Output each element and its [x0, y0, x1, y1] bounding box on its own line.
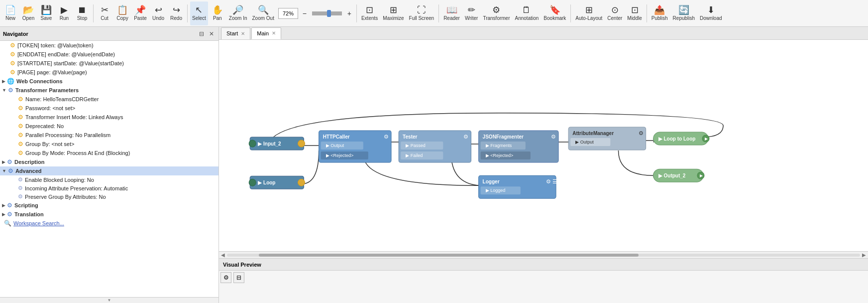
nav-text-deprecated: Deprecated: No — [25, 123, 64, 129]
vp-settings-button[interactable]: ⚙ — [220, 272, 231, 283]
svg-text:⚙: ⚙ — [551, 134, 556, 140]
redo-icon: ↪ — [173, 5, 180, 14]
nav-item-preserve-group[interactable]: ⚙ Preserve Group By Attributes: No — [0, 192, 218, 201]
navigator-header: Navigator ⊟ ✕ — [0, 27, 218, 41]
republish-button[interactable]: 🔄 Republish — [671, 1, 697, 25]
pan-button[interactable]: ✋ Pan — [209, 1, 226, 25]
transformer-button[interactable]: ⚙ Transformer — [481, 1, 512, 25]
zoom-slider[interactable] — [312, 11, 342, 15]
tab-main-close[interactable]: ✕ — [272, 30, 276, 36]
node-attributemanager[interactable]: AttributeManager ⚙ ▶ Output — [568, 127, 646, 150]
node-httpcaller[interactable]: HTTPCaller ⚙ ▶ Output ▶ <Rejected> — [319, 131, 391, 162]
redo-button[interactable]: ↪ Redo — [168, 1, 185, 25]
vp-table-button[interactable]: ⊟ — [233, 272, 244, 283]
save-button[interactable]: 💾 Save — [38, 1, 55, 25]
canvas-hscroll[interactable]: ◀ ▶ — [219, 251, 868, 258]
node-loop-to-loop[interactable]: ▶ Loop to Loop ▶ — [653, 132, 709, 145]
nav-text-password: Password: <not set> — [25, 105, 75, 111]
zoom-in-button[interactable]: 🔎 Zoom In — [227, 1, 249, 25]
workflow-canvas[interactable]: ▶ Input_2 ▶ Loop HTTPCaller ⚙ ▶ Output — [219, 40, 868, 251]
node-logger[interactable]: Logger ⚙ ☰ ▶ Logged — [479, 175, 557, 198]
nav-close-button[interactable]: ✕ — [208, 30, 216, 38]
sep2 — [187, 4, 188, 22]
vp-settings-icon: ⚙ — [223, 274, 229, 281]
sep5 — [570, 4, 571, 22]
tab-start-close[interactable]: ✕ — [241, 31, 245, 36]
select-button[interactable]: ↖ Select — [190, 1, 208, 25]
auto-layout-button[interactable]: ⊞ Auto-Layout — [573, 1, 604, 25]
nav-item-blocked-looping[interactable]: ⚙ Enable Blocked Looping: No — [0, 175, 218, 184]
nav-item-page[interactable]: ⚙ [PAGE] page: @Value(page) — [0, 68, 218, 77]
download-button[interactable]: ⬇ Download — [698, 1, 724, 25]
run-button[interactable]: ▶ Run — [56, 1, 73, 25]
expand-description[interactable]: ▶ — [2, 159, 5, 164]
nav-item-workspace-search[interactable]: 🔍 Workspace Search... — [0, 219, 218, 228]
nav-item-web-connections[interactable]: ▶ 🌐 Web Connections — [0, 77, 218, 86]
gear-icon-parallel: ⚙ — [18, 132, 23, 139]
nav-item-description[interactable]: ▶ ⚙ Description — [0, 157, 218, 166]
nav-item-enddate[interactable]: ⚙ [ENDDATE] endDate: @Value(endDate) — [0, 50, 218, 59]
tab-start[interactable]: Start ✕ — [221, 27, 250, 39]
nav-text-advanced: Advanced — [15, 168, 42, 174]
navigator-title: Navigator — [3, 31, 28, 37]
nav-item-group-by[interactable]: ⚙ Group By: <not set> — [0, 140, 218, 149]
nav-text-workspace-search[interactable]: Workspace Search... — [13, 220, 64, 226]
nav-item-startdate[interactable]: ⚙ [STARTDATE] startDate: @Value(startDat… — [0, 59, 218, 68]
zoom-out-button[interactable]: 🔍 Zoom Out — [250, 1, 276, 25]
cut-button[interactable]: ✂ Cut — [96, 1, 113, 25]
open-button[interactable]: 📂 Open — [20, 1, 37, 25]
node-input2[interactable]: ▶ Input_2 — [249, 137, 305, 150]
extents-button[interactable]: ⊡ Extents — [359, 1, 380, 25]
zoom-plus[interactable]: + — [345, 1, 354, 25]
nav-item-incoming-attr[interactable]: ⚙ Incoming Attribute Preservation: Autom… — [0, 184, 218, 192]
collapse-transformer-params[interactable]: ▼ — [2, 88, 6, 93]
node-tester[interactable]: Tester ⚙ ▶ Passed ▶ Failed — [399, 131, 471, 162]
collapse-advanced[interactable]: ▼ — [2, 168, 6, 173]
zoom-minus[interactable]: − — [300, 1, 309, 25]
node-jsonfragmenter[interactable]: JSONFragmenter ⚙ ▶ Fragments ▶ <Rejected… — [479, 131, 558, 162]
publish-button[interactable]: 📤 Publish — [650, 1, 670, 25]
nav-text-page: [PAGE] page: @Value(page) — [17, 69, 87, 75]
gear-icon-group-mode: ⚙ — [18, 150, 23, 156]
expand-translation[interactable]: ▶ — [2, 212, 5, 217]
middle-button[interactable]: ⊡ Middle — [625, 1, 644, 25]
nav-item-password[interactable]: ⚙ Password: <not set> — [0, 104, 218, 113]
nav-item-name[interactable]: ⚙ Name: HelloTeamsCDRGetter — [0, 95, 218, 104]
hscroll-thumb[interactable] — [259, 254, 639, 257]
zoom-input[interactable] — [278, 8, 298, 19]
expand-scripting[interactable]: ▶ — [2, 203, 5, 208]
gear-icon-blocked: ⚙ — [18, 176, 23, 183]
nav-item-deprecated[interactable]: ⚙ Deprecated: No — [0, 122, 218, 131]
nav-item-transformer-insert[interactable]: ⚙ Transformer Insert Mode: Linked Always — [0, 113, 218, 122]
svg-text:▶ Fragments: ▶ Fragments — [486, 143, 512, 148]
node-output2[interactable]: ▶ Output_2 ▶ — [653, 169, 704, 182]
copy-button[interactable]: 📋 Copy — [114, 1, 131, 25]
tab-main[interactable]: Main ✕ — [251, 27, 281, 39]
bookmark-button[interactable]: 🔖 Bookmark — [542, 1, 568, 25]
svg-text:▶ Input_2: ▶ Input_2 — [258, 141, 281, 147]
nav-item-translation[interactable]: ▶ ⚙ Translation — [0, 210, 218, 219]
undo-button[interactable]: ↩ Undo — [150, 1, 167, 25]
paste-button[interactable]: 📌 Paste — [132, 1, 149, 25]
new-button[interactable]: 📄 New — [2, 1, 19, 25]
svg-text:▶ Loop to Loop: ▶ Loop to Loop — [658, 136, 696, 142]
nav-item-token[interactable]: ⚙ [TOKEN] token: @Value(token) — [0, 41, 218, 50]
hscroll-track[interactable] — [227, 254, 860, 257]
nav-scroll-down[interactable]: ▼ — [0, 297, 218, 303]
expand-web-connections[interactable]: ▶ — [2, 79, 5, 84]
writer-button[interactable]: ✏ Writer — [463, 1, 480, 25]
nav-item-advanced[interactable]: ▼ ⚙ Advanced — [0, 166, 218, 175]
annotation-button[interactable]: 🗒 Annotation — [513, 1, 541, 25]
nav-item-scripting[interactable]: ▶ ⚙ Scripting — [0, 201, 218, 210]
toolbar: 📄 New 📂 Open 💾 Save ▶ Run ⏹ Stop ✂ Cut 📋… — [0, 0, 868, 27]
nav-item-parallel[interactable]: ⚙ Parallel Processing: No Parallelism — [0, 131, 218, 140]
center-button[interactable]: ⊙ Center — [605, 1, 624, 25]
reader-button[interactable]: 📖 Reader — [441, 1, 462, 25]
full-screen-button[interactable]: ⛶ Full Screen — [407, 1, 436, 25]
nav-restore-button[interactable]: ⊟ — [198, 30, 206, 38]
nav-item-transformer-params[interactable]: ▼ ⚙ Transformer Parameters — [0, 86, 218, 95]
node-loop[interactable]: ▶ Loop — [249, 176, 305, 189]
stop-button[interactable]: ⏹ Stop — [74, 1, 91, 25]
nav-item-group-mode[interactable]: ⚙ Group By Mode: Process At End (Blockin… — [0, 149, 218, 157]
maximize-button[interactable]: ⊞ Maximize — [381, 1, 406, 25]
